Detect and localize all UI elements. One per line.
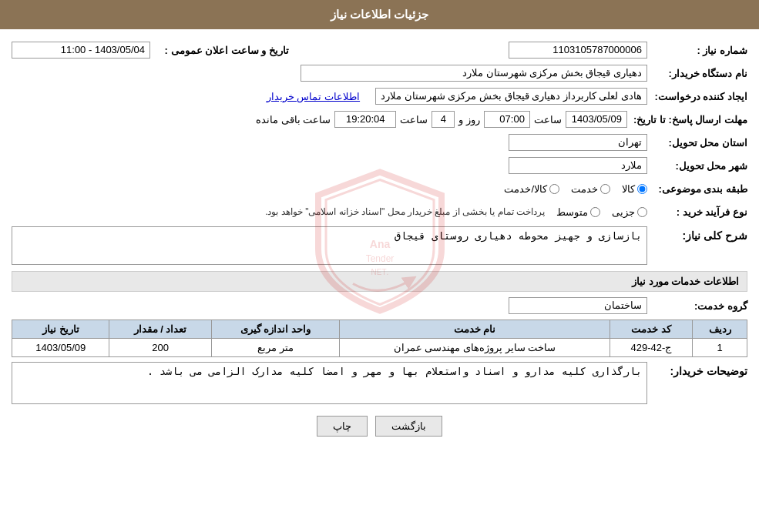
organization-label: نام دستگاه خریدار: [647,68,747,79]
province-value: تهران [509,134,647,151]
table-row: 1 ج-42-429 ساخت سایر پروژه‌های مهندسی عم… [12,339,747,357]
col-code: کد خدمت [610,320,693,339]
deadline-label: مهلت ارسال پاسخ: تا تاریخ: [627,114,747,125]
province-row: استان محل تحویل: تهران [12,132,747,152]
city-value: ملارد [509,157,647,174]
contact-link[interactable]: اطلاعات تماس خریدار [267,91,360,102]
city-label: شهر محل تحویل: [647,160,747,172]
remaining-time: 19:20:04 [334,111,396,128]
purchase-note: پرداخت تمام یا بخشی از مبلغ خریدار محل "… [265,206,545,217]
category-kala[interactable]: کالا [622,183,647,195]
province-label: استان محل تحویل: [647,137,747,149]
col-quantity: تعداد / مقدار [109,320,211,339]
buyer-desc-textarea[interactable] [12,362,647,404]
category-kala-khedmat[interactable]: کالا/خدمت [504,183,559,195]
organization-value: دهیاری قیجاق بخش مرکزی شهرستان ملارد [301,65,647,82]
cell-code: ج-42-429 [610,339,693,357]
response-time: 07:00 [484,111,530,128]
purchase-type-label: نوع فرآیند خرید : [647,206,747,218]
service-group-row: گروه خدمت: ساختمان [12,296,747,316]
cell-unit: متر مربع [211,339,340,357]
page-header: جزئیات اطلاعات نیاز [0,0,759,29]
service-group-label: گروه خدمت: [647,300,747,312]
purchase-type-row: نوع فرآیند خرید : جزیی متوسط پرداخت تمام… [12,202,747,222]
creator-row: ایجاد کننده درخواست: هادی لعلی کاربرداز … [12,86,747,106]
organization-row: نام دستگاه خریدار: دهیاری قیجاق بخش مرکز… [12,63,747,83]
category-khedmat[interactable]: خدمت [571,183,610,195]
need-number-row: شماره نیاز : 1103105787000006 تاریخ و سا… [12,40,747,60]
table-header-row: ردیف کد خدمت نام خدمت واحد اندازه گیری ت… [12,320,747,339]
col-unit: واحد اندازه گیری [211,320,340,339]
cell-quantity: 200 [109,339,211,357]
days-separator: روز و [458,114,480,125]
need-number-label: شماره نیاز : [647,45,747,56]
buyer-desc-row: توضیحات خریدار: [12,362,747,404]
category-row: طبقه بندی موضوعی: کالا خدمت کالا/خدمت [12,179,747,199]
cell-row: 1 [693,339,747,357]
cell-name: ساخت سایر پروژه‌های مهندسی عمران [340,339,610,357]
col-name: نام خدمت [340,320,610,339]
purchase-motevaset[interactable]: متوسط [556,206,600,218]
remaining-days: 4 [432,111,455,128]
page-title: جزئیات اطلاعات نیاز [331,8,428,21]
remaining-suffix: ساعت باقی مانده [256,114,331,125]
col-radif: ردیف [693,320,747,339]
purchase-type-radio-group: جزیی متوسط [556,206,647,218]
response-date: 1403/05/09 [566,111,627,128]
creator-label: ایجاد کننده درخواست: [647,91,747,102]
time-label: ساعت [400,114,428,125]
back-button[interactable]: بازگشت [375,416,442,437]
cell-date: 1403/05/09 [12,339,109,357]
creator-value: هادی لعلی کاربرداز دهیاری قیجاق بخش مرکز… [375,88,647,105]
time-separator: ساعت [534,114,562,125]
buyer-desc-label: توضیحات خریدار: [647,362,747,377]
need-desc-label: شرح کلی نیاز: [647,226,747,242]
col-date: تاریخ نیاز [12,320,109,339]
purchase-jozi[interactable]: جزیی [612,206,647,218]
footer-buttons: بازگشت چاپ [12,416,747,437]
services-table: ردیف کد خدمت نام خدمت واحد اندازه گیری ت… [12,320,747,357]
deadline-row: مهلت ارسال پاسخ: تا تاریخ: 1403/05/09 سا… [12,109,747,129]
category-radio-group: کالا خدمت کالا/خدمت [504,183,647,195]
need-number-value: 1103105787000006 [509,42,647,59]
need-desc-textarea[interactable] [12,226,647,265]
pub-date-value: 1403/05/04 - 11:00 [12,42,150,59]
need-desc-row: شرح کلی نیاز: [12,226,747,265]
service-group-value: ساختمان [509,297,647,314]
services-section-title: اطلاعات خدمات مورد نیاز [12,271,747,292]
category-label: طبقه بندی موضوعی: [647,183,747,195]
print-button[interactable]: چاپ [317,416,368,437]
city-row: شهر محل تحویل: ملارد [12,156,747,176]
pub-date-label: تاریخ و ساعت اعلان عمومی : [150,45,289,56]
